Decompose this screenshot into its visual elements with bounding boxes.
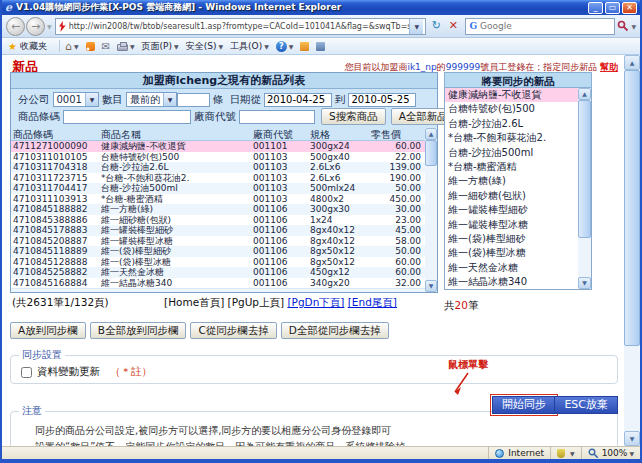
scrollbar-track[interactable]: [578, 238, 591, 277]
search-box[interactable]: G Google: [465, 18, 615, 35]
url-text[interactable]: http://win2008/tw/btob/searesult1.asp?fr…: [69, 22, 410, 31]
scrollbar-thumb[interactable]: [624, 70, 640, 346]
page-scrollbar[interactable]: ▲ ▼: [624, 55, 640, 446]
command-bar: ★ 收藏夹 ⌂▼ ✉ ▼ 页面(P)▼ 安全(S)▼ 工具(O)▼ ?▼: [2, 38, 640, 55]
toolbar-extra-button-1[interactable]: [300, 42, 309, 51]
search-input[interactable]: Google: [480, 21, 611, 31]
table-row[interactable]: 4711271000090健康減納鹽-不收退貨001101300gx2460.0…: [11, 141, 425, 152]
list-item[interactable]: 台糖特號砂(包)500: [445, 102, 578, 116]
date-from-input[interactable]: [264, 93, 332, 107]
scroll-down-icon[interactable]: ▼: [624, 431, 640, 446]
pgdn-page-link[interactable]: [PgDn下頁]: [287, 296, 344, 308]
count-input[interactable]: [177, 93, 210, 107]
minimize-button[interactable]: _: [588, 2, 603, 14]
tools-menu[interactable]: 工具(O)▼: [230, 40, 269, 53]
table-row[interactable]: 4710311704318台糖-沙拉油2.6L0011032.6Lx6139.0…: [11, 162, 425, 173]
favorites-button[interactable]: ★ 收藏夹: [8, 40, 47, 53]
barcode-input[interactable]: [63, 110, 191, 124]
cell-name: 維一細砂糖(包狀): [101, 215, 253, 226]
safety-menu[interactable]: 安全(S)▼: [186, 40, 223, 53]
list-item[interactable]: *台糖-糖蜜酒精: [445, 160, 578, 174]
toolbar-extra-button-2[interactable]: [316, 42, 325, 51]
address-dropdown-icon[interactable]: ▼: [409, 19, 423, 34]
product-table: 商品條碼 商品名稱 廠商代號 規格 零售價 4711271000090健康減納鹽…: [11, 128, 437, 292]
address-bar[interactable]: http://win2008/tw/btob/searesult1.asp?fr…: [55, 18, 427, 35]
add-to-sync-button[interactable]: A放到同步欄: [10, 322, 86, 339]
scroll-down-icon[interactable]: ▼: [425, 280, 437, 292]
list-item[interactable]: 維一罐裝棒型冰糖: [445, 218, 578, 232]
scrollbar-thumb[interactable]: [425, 140, 437, 166]
list-item[interactable]: 維一(袋)棒型細砂: [445, 232, 578, 246]
list-item[interactable]: 維一(袋)棒型冰糖: [445, 246, 578, 260]
remove-from-sync-button[interactable]: C從同步欄去掉: [190, 322, 276, 339]
title-bar: e V1.04購物網同步作業[X-POS 雲端商務網] - Windows In…: [2, 0, 640, 15]
date-to-input[interactable]: [348, 93, 416, 107]
table-row[interactable]: 4710845168884維一結晶冰糖340001106340gx2032.00: [11, 278, 425, 289]
count-mode-select[interactable]: 最前的▼: [126, 92, 177, 107]
table-row[interactable]: 4710311704417台糖-沙拉油500ml001103500mlx2450…: [11, 183, 425, 194]
scroll-up-icon[interactable]: ▲: [578, 88, 591, 100]
back-button[interactable]: ←: [6, 17, 25, 36]
data-change-update-checkbox[interactable]: [21, 367, 32, 378]
table-scrollbar[interactable]: ▲ ▼: [425, 128, 437, 292]
table-row[interactable]: 4710845388886維一細砂糖(包狀)0011061x2423.00: [11, 215, 425, 226]
search-products-button[interactable]: S搜索商品: [321, 108, 386, 125]
branch-select[interactable]: 0001▼: [53, 92, 99, 107]
rss-icon: [86, 42, 95, 51]
close-button[interactable]: ✕: [622, 2, 637, 14]
barcode-label: 商品條碼: [18, 110, 60, 124]
zoom-control[interactable]: 100% ▼: [581, 447, 640, 459]
scrollbar-track[interactable]: [624, 346, 640, 431]
esc-cancel-button[interactable]: ESC放棄: [554, 396, 618, 414]
end-page-link[interactable]: [End尾頁]: [348, 296, 397, 308]
refresh-button[interactable]: ↻: [428, 18, 444, 35]
table-row[interactable]: 4710845178883維一罐裝棒型細砂0011068gx40x1245.00: [11, 225, 425, 236]
table-row[interactable]: 4710311010105台糖特號砂(包)500001103500gx4022.…: [11, 152, 425, 163]
cell-price: 50.00: [371, 246, 425, 257]
table-row[interactable]: 4710845258882維一天然金冰糖001106450gx1260.00: [11, 267, 425, 278]
list-item[interactable]: 台糖-沙拉油500ml: [445, 146, 578, 160]
stop-button[interactable]: ✕: [445, 18, 461, 35]
cell-barcode: 4710845128888: [11, 257, 101, 268]
vendor-input[interactable]: [239, 110, 315, 124]
feeds-button[interactable]: [86, 42, 95, 51]
help-link[interactable]: 幫助: [600, 62, 618, 72]
cell-barcode: 4710845178883: [11, 225, 101, 236]
scrollbar-track[interactable]: [425, 166, 437, 280]
page-menu[interactable]: 页面(P)▼: [142, 40, 179, 53]
scrollbar-thumb[interactable]: [578, 100, 591, 238]
list-item[interactable]: 維一細砂糖(包狀): [445, 189, 578, 203]
read-mail-button[interactable]: ✉: [102, 41, 110, 52]
table-row[interactable]: 4710845128888維一(袋)棒型冰糖0011068gx50x1260.0…: [11, 257, 425, 268]
table-row[interactable]: 4710845188882維一方糖(綠)001106300gx3030.00: [11, 204, 425, 215]
home-button[interactable]: ⌂▼: [65, 40, 79, 53]
table-row[interactable]: 4710311103913*台糖-糖蜜酒精0011034800x2450.00: [11, 194, 425, 205]
list-item[interactable]: 健康減納鹽-不收退貨: [445, 88, 578, 102]
search-options-dropdown-icon[interactable]: ▼: [631, 23, 636, 30]
table-row[interactable]: 4710845208887維一罐裝棒型冰糖0011068gx40x1258.00: [11, 236, 425, 247]
date-to-label: 到: [335, 93, 346, 107]
list-item[interactable]: 台糖-沙拉油2.6L: [445, 117, 578, 131]
table-row[interactable]: 4710311723715*台糖-不飽和葵花油2.0011032.6Lx6190…: [11, 173, 425, 184]
list-item[interactable]: *台糖-不飽和葵花油2.: [445, 131, 578, 145]
table-row[interactable]: 4710845118889維一(袋)棒型細砂0011068gx50x1250.0…: [11, 246, 425, 257]
list-item[interactable]: 維一天然金冰糖: [445, 261, 578, 275]
maximize-button[interactable]: ▭: [605, 2, 620, 14]
list-item[interactable]: 維一結晶冰糖340: [445, 275, 578, 289]
scroll-down-icon[interactable]: ▼: [578, 277, 591, 289]
list-scrollbar[interactable]: ▲ ▼: [578, 88, 591, 289]
remove-all-from-sync-button[interactable]: D全部從同步欄去掉: [281, 322, 389, 339]
protected-mode-indicator[interactable]: ▼: [550, 447, 581, 459]
recent-pages-dropdown-icon[interactable]: ▼: [47, 23, 52, 30]
print-button[interactable]: ▼: [117, 42, 135, 51]
list-item[interactable]: 維一罐裝棒型細砂: [445, 203, 578, 217]
help-menu[interactable]: ?▼: [276, 41, 294, 52]
scroll-up-icon[interactable]: ▲: [624, 55, 640, 70]
filter-area: 分公司 0001▼ 數目 最前的▼ 條 日期從 到 商品條碼 廠商代號 S: [11, 89, 437, 128]
add-all-to-sync-button[interactable]: B全部放到同步欄: [90, 322, 187, 339]
forward-button[interactable]: →: [26, 17, 45, 36]
start-sync-button[interactable]: 開始同步: [492, 396, 556, 414]
list-item[interactable]: 維一方糖(綠): [445, 174, 578, 188]
scroll-up-icon[interactable]: ▲: [425, 128, 437, 140]
search-magnifier-icon[interactable]: [617, 17, 629, 36]
